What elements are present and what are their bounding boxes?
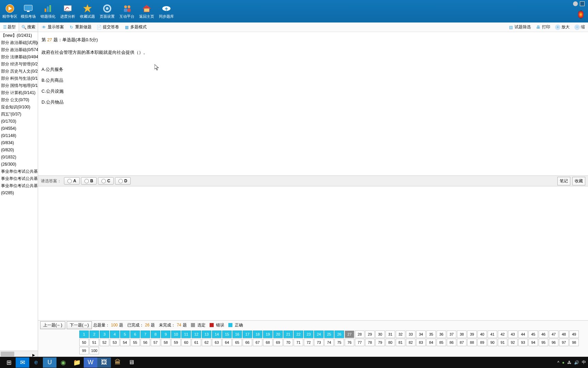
answer-option-c[interactable]: C [98,177,114,185]
ribbon-shoucang[interactable]: 收藏试题 [78,1,97,21]
sidebar-item[interactable]: 部分 法律基础(0/494) [0,53,38,61]
ribbon-jinghua[interactable]: 精华专区 [1,1,18,21]
question-number-cell[interactable]: 75 [334,339,344,346]
app3-icon[interactable]: 🖼 [97,357,111,368]
question-number-cell[interactable]: 11 [181,331,191,338]
question-number-cell[interactable]: 34 [416,331,426,338]
mail-icon[interactable]: ✉ [16,357,29,368]
question-number-cell[interactable]: 22 [294,331,303,338]
sidebar-tab-search[interactable]: 🔍 搜索 [19,22,38,32]
question-number-cell[interactable]: 60 [181,339,191,346]
sidebar-item[interactable]: (0/820) [0,147,38,154]
question-number-cell[interactable]: 88 [467,339,477,346]
question-number-cell[interactable]: 36 [437,331,446,338]
question-number-cell[interactable]: 77 [355,339,364,346]
question-number-cell[interactable]: 52 [100,339,109,346]
question-number-cell[interactable]: 4 [110,331,119,338]
question-number-cell[interactable]: 56 [141,339,150,346]
question-number-cell[interactable]: 84 [426,339,436,346]
question-number-cell[interactable]: 81 [396,339,405,346]
question-number-cell[interactable]: 79 [375,339,385,346]
sidebar-item[interactable]: (0/1148) [0,132,38,139]
sidebar-list[interactable]: 【new】(0/2431)部分 政治基础[试用](0/12部分 政治基础(0/5… [0,32,38,351]
prev-question-button[interactable]: 上一题(←) [40,321,65,329]
question-number-cell[interactable]: 39 [467,331,477,338]
sidebar-item[interactable]: 部分 科技与生活(0/195) [0,75,38,82]
question-number-cell[interactable]: 29 [365,331,375,338]
sidebar-item[interactable]: 部分 国情与地理(0/141) [0,82,38,89]
question-number-cell[interactable]: 8 [151,331,160,338]
answer-option-a[interactable]: A [64,177,80,185]
zoom-out-button[interactable]: － 缩 [572,23,587,31]
sidebar-item[interactable]: 部分 历史与人文(0/295) [0,68,38,75]
sidebar-item[interactable]: 部分 经济与管理(0/294) [0,61,38,68]
ribbon-yemian[interactable]: 页面设置 [97,1,117,21]
question-number-cell[interactable]: 61 [192,339,201,346]
sidebar-item[interactable]: (0/834) [0,139,38,147]
question-number-cell[interactable]: 69 [273,339,283,346]
question-number-cell[interactable]: 50 [79,339,89,346]
app1-icon[interactable]: U [43,357,56,368]
sidebar-item[interactable]: 部分 计算机(0/141) [0,89,38,96]
question-number-cell[interactable]: 97 [559,339,569,346]
sidebar-item[interactable]: 事业单位考试公共基础知识 [0,182,38,189]
sidebar-item[interactable]: (26/300) [0,161,38,168]
question-number-cell[interactable]: 17 [243,331,252,338]
tray-chevron-icon[interactable]: ^ [557,360,559,365]
question-number-cell[interactable]: 37 [447,331,456,338]
question-number-cell[interactable]: 59 [171,339,181,346]
question-number-cell[interactable]: 65 [232,339,242,346]
ribbon-cuoti[interactable]: 错题强化 [38,1,58,21]
submit-button[interactable]: 📄 提交答卷 [94,23,121,31]
question-number-cell[interactable]: 55 [130,339,140,346]
question-number-cell[interactable]: 31 [386,331,395,338]
question-number-cell[interactable]: 92 [508,339,518,346]
question-number-cell[interactable]: 98 [569,339,579,346]
taskview-icon[interactable]: ⊞ [2,357,16,368]
question-number-cell[interactable]: 13 [202,331,211,338]
sidebar-item[interactable]: (0/1703) [0,118,38,125]
question-number-cell[interactable]: 85 [437,339,446,346]
notes-button[interactable]: 笔记 [557,177,570,185]
question-number-cell[interactable]: 90 [488,339,497,346]
question-number-cell[interactable]: 43 [508,331,518,338]
question-number-cell[interactable]: 91 [498,339,507,346]
question-number-cell[interactable]: 24 [314,331,324,338]
question-number-cell[interactable]: 9 [161,331,170,338]
multi-mode-button[interactable]: ▦ 多题模式 [121,23,149,31]
question-number-cell[interactable]: 12 [192,331,201,338]
question-number-cell[interactable]: 46 [539,331,548,338]
question-number-cell[interactable]: 100 [89,347,99,354]
question-number-cell[interactable]: 58 [161,339,170,346]
question-number-cell[interactable]: 83 [416,339,426,346]
question-number-cell[interactable]: 53 [110,339,119,346]
question-number-cell[interactable]: 93 [518,339,528,346]
tray-net-icon[interactable]: 🖧 [567,360,571,365]
question-number-cell[interactable]: 47 [549,331,558,338]
ribbon-fanhui[interactable]: 返回主页 [137,1,157,21]
question-number-cell[interactable]: 41 [488,331,497,338]
sidebar-tab-type[interactable]: ☰ 题型 [0,22,19,32]
question-number-cell[interactable]: 7 [141,331,150,338]
question-number-cell[interactable]: 6 [130,331,140,338]
edge-icon[interactable]: e [29,357,43,368]
question-number-cell[interactable]: 44 [518,331,528,338]
sidebar-item[interactable]: 部分 政治基础(0/574) [0,46,38,53]
question-number-cell[interactable]: 71 [294,339,303,346]
sidebar-item[interactable]: (0/1832) [0,154,38,161]
favorite-button[interactable]: 收藏 [572,177,585,185]
app5-icon[interactable]: 🖥 [125,357,138,368]
question-number-cell[interactable]: 80 [386,339,395,346]
next-question-button[interactable]: 下一题(→) [67,321,92,329]
ribbon-moni[interactable]: 模拟考场 [18,1,38,21]
question-number-cell[interactable]: 70 [283,339,293,346]
question-number-cell[interactable]: 27 [345,331,354,338]
wps-icon[interactable]: W [84,357,97,368]
answer-option-d[interactable]: D [115,177,131,185]
question-number-cell[interactable]: 30 [375,331,385,338]
sidebar-item[interactable]: 四五"(0/37) [0,111,38,118]
sidebar-horizontal-scroll[interactable]: ▸ [0,351,38,357]
sidebar-item[interactable]: (0/285) [0,189,38,197]
print-button[interactable]: 🖶 打印 [533,23,553,31]
question-number-cell[interactable]: 42 [498,331,507,338]
